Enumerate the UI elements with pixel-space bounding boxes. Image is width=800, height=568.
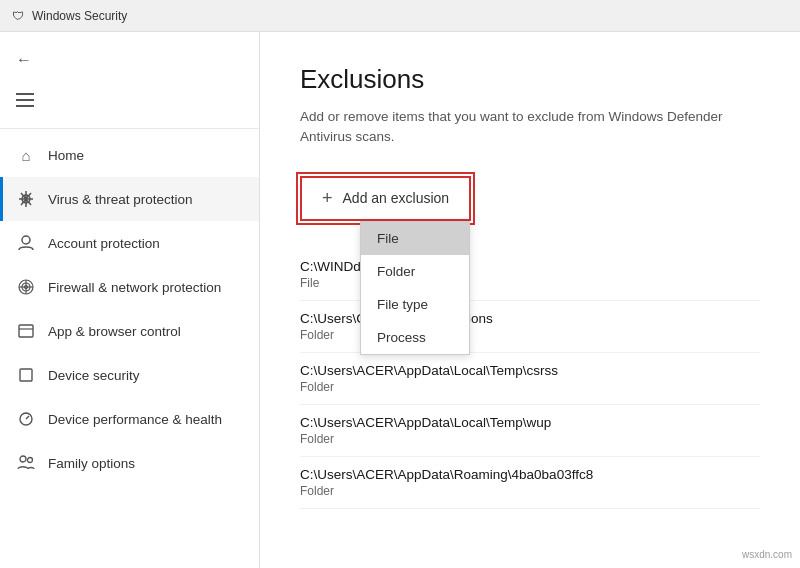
main-content: Exclusions Add or remove items that you … [260, 32, 800, 568]
exclusion-path: C:\Users\ACER\AppData\Roaming\4ba0ba03ff… [300, 467, 760, 482]
family-icon [16, 453, 36, 473]
title-bar: 🛡 Windows Security [0, 0, 800, 32]
sidebar-item-account[interactable]: Account protection [0, 221, 259, 265]
exclusion-type: Folder [300, 484, 760, 498]
device-security-icon [16, 365, 36, 385]
exclusion-path: C:\Users\ACER\AppData\Local\Temp\wup [300, 415, 760, 430]
exclusion-type: Folder [300, 380, 760, 394]
sidebar-item-label: Virus & threat protection [48, 192, 193, 207]
home-icon: ⌂ [16, 145, 36, 165]
sidebar-nav: ⌂ Home Virus & threat protection [0, 129, 259, 485]
page-title: Exclusions [300, 64, 760, 95]
hamburger-button[interactable] [0, 80, 259, 120]
dropdown-item-folder[interactable]: Folder [361, 255, 469, 288]
page-description: Add or remove items that you want to exc… [300, 107, 760, 148]
sidebar-item-label: Home [48, 148, 84, 163]
virus-icon [16, 189, 36, 209]
dropdown-item-file-type[interactable]: File type [361, 288, 469, 321]
exclusion-path: C:\Users\ACER\AppData\Local\Temp\csrss [300, 363, 760, 378]
app-icon: 🛡 [10, 8, 26, 24]
device-performance-icon [16, 409, 36, 429]
sidebar-item-home[interactable]: ⌂ Home [0, 133, 259, 177]
sidebar-item-label: Family options [48, 456, 135, 471]
exclusion-item-4: C:\Users\ACER\AppData\Roaming\4ba0ba03ff… [300, 457, 760, 509]
plus-icon: + [322, 188, 333, 209]
exclusion-item-2: C:\Users\ACER\AppData\Local\Temp\csrss F… [300, 353, 760, 405]
svg-rect-7 [19, 325, 33, 337]
add-exclusion-label: Add an exclusion [343, 190, 450, 206]
add-exclusion-button[interactable]: + Add an exclusion [300, 176, 471, 221]
sidebar: ← ⌂ Home Virus [0, 32, 260, 568]
svg-point-10 [20, 456, 26, 462]
sidebar-item-device-performance[interactable]: Device performance & health [0, 397, 259, 441]
exclusion-type: Folder [300, 432, 760, 446]
svg-point-1 [22, 236, 30, 244]
back-button[interactable]: ← [0, 40, 259, 80]
dropdown-item-file[interactable]: File [361, 222, 469, 255]
sidebar-item-virus[interactable]: Virus & threat protection [0, 177, 259, 221]
add-exclusion-container: + Add an exclusion File Folder File type… [300, 176, 471, 221]
sidebar-item-label: Account protection [48, 236, 160, 251]
svg-point-11 [28, 458, 33, 463]
watermark: wsxdn.com [742, 549, 792, 560]
sidebar-top: ← [0, 32, 259, 129]
sidebar-item-label: Device performance & health [48, 412, 222, 427]
firewall-icon [16, 277, 36, 297]
sidebar-item-device-security[interactable]: Device security [0, 353, 259, 397]
account-icon [16, 233, 36, 253]
sidebar-item-app-browser[interactable]: App & browser control [0, 309, 259, 353]
app-browser-icon [16, 321, 36, 341]
svg-rect-9 [20, 369, 32, 381]
sidebar-item-label: App & browser control [48, 324, 181, 339]
app-container: ← ⌂ Home Virus [0, 32, 800, 568]
dropdown-menu: File Folder File type Process [360, 221, 470, 355]
sidebar-item-label: Device security [48, 368, 140, 383]
sidebar-item-label: Firewall & network protection [48, 280, 221, 295]
dropdown-item-process[interactable]: Process [361, 321, 469, 354]
title-bar-label: Windows Security [32, 9, 127, 23]
hamburger-icon [16, 93, 34, 107]
sidebar-item-firewall[interactable]: Firewall & network protection [0, 265, 259, 309]
back-arrow-icon: ← [16, 51, 32, 69]
exclusion-item-3: C:\Users\ACER\AppData\Local\Temp\wup Fol… [300, 405, 760, 457]
sidebar-item-family[interactable]: Family options [0, 441, 259, 485]
